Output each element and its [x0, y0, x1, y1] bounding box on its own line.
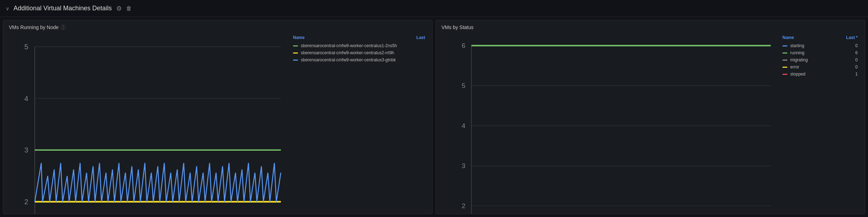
chart-vms-by-node: 5 4 3 2 1 0 12/16 00:00 12/17 00:00: [9, 34, 287, 214]
chart-svg-vms-by-status: 6 5 4 3 2 1 0 12/16 00:00: [441, 34, 777, 214]
legend-header-vms-by-status: Name Last *: [781, 35, 859, 40]
chart-svg-vms-by-node: 5 4 3 2 1 0 12/16 00:00 12/17 00:00: [9, 34, 287, 214]
panel-title-vms-by-status: VMs by Status: [441, 24, 859, 30]
list-item: sberensarocentral-cmfw9-worker-centralus…: [292, 56, 427, 63]
legend-color-blue: [293, 60, 298, 61]
svg-text:2: 2: [25, 198, 28, 206]
legend-color-error: [782, 67, 787, 68]
list-item: sberensarocentral-cmfw9-worker-centralus…: [292, 42, 427, 49]
list-item: running 6: [781, 49, 859, 56]
legend-header-vms-by-node: Name Last: [292, 35, 427, 40]
svg-text:5: 5: [25, 43, 28, 51]
svg-text:4: 4: [462, 122, 465, 129]
legend-color-yellow: [293, 52, 298, 54]
svg-text:3: 3: [25, 146, 28, 154]
legend-vms-by-status: Name Last * starting 0 running 6 migrati…: [781, 34, 859, 214]
chart-area-vms-by-node: 5 4 3 2 1 0 12/16 00:00 12/17 00:00: [9, 34, 427, 214]
legend-vms-by-node: Name Last sberensarocentral-cmfw9-worker…: [292, 34, 427, 214]
svg-text:3: 3: [462, 162, 465, 169]
legend-color-running: [782, 52, 787, 54]
list-item: sberensarocentral-cmfw9-worker-centralus…: [292, 49, 427, 56]
svg-text:2: 2: [462, 202, 465, 210]
page-title: Additional Virtual Machines Details: [13, 5, 112, 12]
dashboard-header: ∨ Additional Virtual Machines Details ⚙ …: [0, 0, 868, 17]
list-item: migrating 0: [781, 56, 859, 63]
settings-icon[interactable]: ⚙: [116, 5, 122, 12]
svg-text:6: 6: [462, 42, 465, 49]
list-item: error 0: [781, 63, 859, 71]
svg-text:4: 4: [25, 95, 28, 102]
legend-color-starting: [782, 45, 787, 46]
svg-text:5: 5: [462, 82, 465, 89]
legend-color-green: [293, 45, 298, 46]
list-item: starting 0: [781, 42, 859, 49]
info-icon-vms-by-node[interactable]: i: [61, 25, 66, 30]
list-item: stopped 1: [781, 71, 859, 78]
chart-area-vms-by-status: 6 5 4 3 2 1 0 12/16 00:00: [441, 34, 859, 214]
chart-vms-by-status: 6 5 4 3 2 1 0 12/16 00:00: [441, 34, 777, 214]
trash-icon[interactable]: 🗑: [126, 5, 132, 12]
legend-color-migrating: [782, 60, 787, 61]
panel-vms-by-status: VMs by Status 6 5 4: [435, 20, 865, 214]
panels-container: VMs Running by Node i 5 4 3: [0, 17, 868, 217]
panel-title-vms-by-node: VMs Running by Node i: [9, 24, 427, 30]
collapse-icon[interactable]: ∨: [6, 6, 9, 11]
legend-color-stopped: [782, 74, 787, 75]
panel-vms-by-node: VMs Running by Node i 5 4 3: [3, 20, 433, 214]
